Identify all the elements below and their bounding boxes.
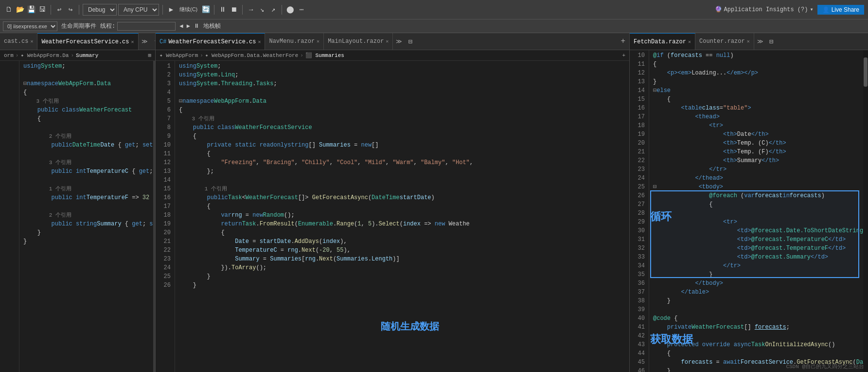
close-fetchdata[interactable]: ✕ bbox=[688, 39, 691, 45]
open-icon[interactable]: 📂 bbox=[15, 5, 25, 15]
close-navmenu[interactable]: ✕ bbox=[317, 38, 319, 44]
code-line: "Freezing", "Bracing", "Chilly", "Cool",… bbox=[179, 158, 625, 167]
stop-icon[interactable]: ⏹ bbox=[229, 5, 239, 15]
bc-webappform: ✦ WebAppForm.Da bbox=[20, 52, 69, 58]
middle-split-btn[interactable]: ⊟ bbox=[405, 37, 415, 46]
code-line: <th>Date</th> bbox=[653, 130, 864, 139]
sep1 bbox=[51, 5, 51, 15]
tab-mainlayout[interactable]: MainLayout.razor ✕ bbox=[324, 33, 393, 50]
live-share-label: Live Share bbox=[832, 6, 859, 13]
save-icon[interactable]: 💾 bbox=[26, 5, 36, 15]
thread-input[interactable] bbox=[117, 22, 176, 31]
pause-icon[interactable]: ⏸ bbox=[218, 5, 228, 15]
code-line: { bbox=[179, 149, 625, 158]
start-icon[interactable]: ▶ bbox=[166, 5, 176, 15]
middle-breadcrumb: ✦ WebAppForm › ✦ WebAppForm.Data.Weather… bbox=[156, 50, 629, 61]
code-line bbox=[179, 176, 625, 185]
code-line: <p><em>Loading...</em></p> bbox=[653, 69, 864, 77]
insights-dropdown-icon[interactable]: ▾ bbox=[810, 6, 813, 13]
more-debug-icon[interactable]: ⋯ bbox=[297, 5, 306, 15]
callstack-label: 地栈帧 bbox=[203, 22, 221, 30]
tab-counter[interactable]: Counter.razor ✕ bbox=[695, 33, 754, 50]
right-split-btn[interactable]: ⊟ bbox=[766, 37, 776, 46]
tab-navmenu[interactable]: NavMenu.razor ✕ bbox=[265, 33, 324, 50]
insights-icon: 🔮 bbox=[715, 6, 722, 13]
code-line: using System; bbox=[23, 62, 149, 71]
sep4 bbox=[214, 5, 214, 15]
sep2 bbox=[79, 5, 79, 15]
cpu-dropdown[interactable]: Any CPU bbox=[118, 4, 159, 16]
watermark: CSDN @自己的九又四分之三站台 bbox=[786, 363, 864, 370]
code-line: ⊟ <tbody> bbox=[653, 183, 864, 191]
right-scrollbar[interactable] bbox=[863, 50, 868, 372]
sep5 bbox=[242, 5, 243, 15]
app-insights-label: Application Insights (?) bbox=[724, 6, 808, 13]
tab-cast-cs[interactable]: cast.cs ✕ bbox=[0, 33, 37, 50]
code-line: ⊟ namespace WebAppForm.Data bbox=[179, 97, 625, 106]
process-dropdown[interactable]: 0] iisexpress.exe bbox=[3, 21, 57, 31]
left-tab-add[interactable]: + bbox=[151, 37, 155, 46]
code-line bbox=[23, 71, 149, 79]
code-line: <thead> bbox=[653, 112, 864, 121]
close-counter[interactable]: ✕ bbox=[747, 38, 750, 44]
close-cast-cs[interactable]: ✕ bbox=[30, 38, 33, 44]
toolbar-left-icons: 🗋 📂 💾 🖫 ↩ ↪ Debug Any CPU ▶ 继续(C) 🔄 ⏸ ⏹ … bbox=[4, 4, 306, 16]
close-wfs-middle[interactable]: ✕ bbox=[258, 39, 261, 45]
bc-add-mid[interactable]: + bbox=[622, 53, 625, 58]
left-code-lines[interactable]: using System; ⊟ namespace WebAppForm.Dat… bbox=[19, 61, 153, 372]
code-line: <th>Temp. (C)</th> bbox=[653, 139, 864, 148]
step-out-icon[interactable]: ↗ bbox=[268, 5, 278, 15]
tab-weatherforecastservice-middle[interactable]: C# WeatherForecastService.cs ✕ bbox=[156, 33, 265, 50]
right-code-lines[interactable]: @if (forecasts == null) { <p><em>Loading… bbox=[649, 50, 868, 372]
middle-tabs-more[interactable]: ≫ bbox=[393, 38, 405, 45]
save-all-icon[interactable]: 🖫 bbox=[37, 5, 47, 15]
close-mainlayout[interactable]: ✕ bbox=[386, 38, 389, 44]
right-code-content: 1011121314 1516171819 2021222324 2526272… bbox=[630, 50, 868, 372]
counter-label: Counter.razor bbox=[699, 38, 745, 45]
close-wfs[interactable]: ✕ bbox=[131, 39, 134, 45]
left-panel: cast.cs ✕ WeatherForecastService.cs ✕ ≫ … bbox=[0, 33, 156, 372]
left-tabs-more[interactable]: ≫ bbox=[139, 38, 151, 45]
code-line: { bbox=[179, 228, 625, 237]
middle-tab-bar: C# WeatherForecastService.cs ✕ NavMenu.r… bbox=[156, 33, 629, 50]
code-line: 2 个引用 bbox=[23, 132, 149, 141]
code-line: @foreach (var forecast in forecasts) bbox=[653, 191, 864, 200]
refresh-icon[interactable]: 🔄 bbox=[201, 5, 211, 15]
continue-icon[interactable]: 继续(C) bbox=[177, 5, 199, 15]
right-tabs-more[interactable]: ≫ bbox=[754, 38, 766, 45]
undo-icon[interactable]: ↩ bbox=[54, 5, 64, 15]
app-insights-button[interactable]: 🔮 Application Insights (?) ▾ bbox=[715, 6, 814, 13]
code-line: </table> bbox=[653, 288, 864, 297]
middle-tab-add[interactable]: + bbox=[617, 37, 629, 46]
tab-fetchdata[interactable]: FetchData.razor ✕ bbox=[630, 33, 695, 50]
breakpoint-icon[interactable]: ⬤ bbox=[285, 5, 295, 15]
left-splitter[interactable] bbox=[153, 61, 155, 372]
code-line: </thead> bbox=[653, 174, 864, 183]
code-line: <tr> bbox=[653, 121, 864, 130]
code-line: <th>Temp. (F)</th> bbox=[653, 148, 864, 156]
step-into-icon[interactable]: ↘ bbox=[257, 5, 267, 15]
new-file-icon[interactable]: 🗋 bbox=[4, 5, 14, 15]
code-line: var rng = new Random(); bbox=[179, 211, 625, 220]
tab-weatherforecastservice[interactable]: WeatherForecastService.cs ✕ bbox=[37, 33, 138, 50]
middle-code-lines[interactable]: using System; using System.Linq; using S… bbox=[175, 61, 629, 372]
right-code-container: 1011121314 1516171819 2021222324 2526272… bbox=[630, 50, 868, 372]
live-share-button[interactable]: 👤 Live Share bbox=[817, 5, 864, 15]
redo-icon[interactable]: ↪ bbox=[66, 5, 75, 15]
code-line bbox=[23, 202, 149, 211]
fetchdata-label: FetchData.razor bbox=[634, 38, 686, 45]
code-line bbox=[653, 209, 864, 218]
step-over-icon[interactable]: → bbox=[246, 5, 256, 15]
bc-webappform-mid: ✦ WebAppForm bbox=[159, 52, 198, 58]
right-scrollbar-thumb[interactable] bbox=[864, 57, 868, 87]
thread-label: 线程: bbox=[100, 22, 115, 30]
code-line: { bbox=[653, 200, 864, 209]
code-line: } bbox=[23, 228, 149, 237]
left-code-container: using System; ⊟ namespace WebAppForm.Dat… bbox=[0, 61, 155, 372]
middle-panel: C# WeatherForecastService.cs ✕ NavMenu.r… bbox=[156, 33, 630, 372]
debug-dropdown[interactable]: Debug bbox=[83, 4, 117, 16]
split-icon[interactable]: ⊞ bbox=[148, 52, 151, 58]
right-line-numbers: 1011121314 1516171819 2021222324 2526272… bbox=[630, 50, 649, 372]
code-line: public DateTime Date { get; set; } bbox=[23, 141, 149, 149]
code-line: <td>@forecast.TemperatureC</td> bbox=[653, 235, 864, 244]
